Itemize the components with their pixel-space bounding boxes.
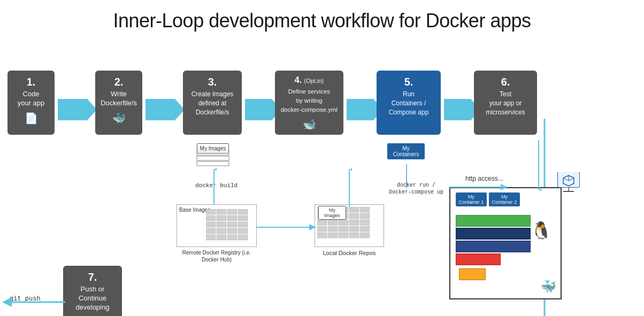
step-7-box: 7. Push or Continue developing — [63, 266, 122, 316]
svg-rect-9 — [217, 209, 226, 214]
diagram-area: 1. Code your app 📄 2. Write Dockerfile/s… — [0, 38, 644, 306]
svg-rect-25 — [217, 235, 226, 240]
svg-rect-50 — [339, 233, 348, 238]
step7-label: Push or Continue developing — [76, 285, 110, 311]
step4-label: Define services by writing docker-compos… — [281, 88, 338, 113]
page-title: Inner-Loop development workflow for Dock… — [0, 0, 644, 38]
arrow-2-3 — [145, 99, 175, 120]
my-images-label2: My Images — [321, 207, 343, 218]
svg-rect-45 — [339, 226, 348, 232]
step3-label: Create Images defined at Dockerfile/s — [191, 90, 234, 116]
svg-rect-48 — [317, 233, 327, 238]
svg-rect-40 — [339, 220, 348, 225]
step-2-box: 2. Write Dockerfile/s 🐳 — [95, 71, 142, 135]
svg-rect-26 — [227, 235, 237, 240]
arrow-containers-down — [404, 164, 409, 188]
my-images-box2: My Images — [318, 206, 346, 220]
container1-text: My Container 1 — [458, 194, 484, 205]
svg-rect-38 — [317, 220, 327, 225]
svg-rect-52 — [360, 233, 370, 238]
svg-rect-10 — [227, 209, 237, 214]
svg-rect-11 — [238, 209, 248, 214]
step-6-box: 6. Test your app or microservices — [474, 71, 537, 135]
step-5-box: 5. Run Containers / Compose app — [377, 71, 441, 135]
svg-rect-32 — [360, 207, 370, 212]
svg-rect-47 — [360, 226, 370, 232]
arrow-git-push — [7, 294, 65, 310]
arrow-1-2 — [58, 99, 87, 120]
step2-label: Write Dockerfile/s — [101, 90, 137, 107]
arrow-step6-vm — [536, 140, 541, 191]
arrow-3-4 — [245, 99, 272, 120]
svg-rect-37 — [360, 213, 370, 219]
svg-rect-8 — [206, 209, 216, 214]
step6-num: 6. — [477, 75, 534, 89]
svg-rect-41 — [349, 220, 359, 225]
svg-rect-6 — [197, 161, 229, 166]
svg-rect-31 — [349, 207, 359, 212]
local-repos-box: My Images — [315, 204, 384, 247]
local-repos-label: Local Docker Repos — [315, 249, 384, 257]
registry-grid — [206, 209, 254, 241]
monitor-icon — [555, 172, 582, 196]
container2-label: My Container 2 — [489, 192, 520, 206]
svg-rect-14 — [227, 215, 237, 221]
vm-box: My Container 1 My Container 2 🐧 🐳 — [449, 187, 562, 299]
docker-whale-icon: 🐳 — [540, 279, 556, 294]
svg-rect-36 — [349, 213, 359, 219]
step-3-box: 3. Create Images defined at Dockerfile/s — [183, 71, 242, 135]
svg-rect-42 — [360, 220, 370, 225]
step4-num: 4. (Opt.in) — [278, 75, 340, 86]
svg-rect-46 — [349, 226, 359, 232]
layer-darkblue — [456, 228, 531, 240]
step1-num: 1. — [11, 75, 51, 89]
layer-green — [456, 215, 531, 227]
step2-num: 2. — [98, 75, 139, 89]
svg-rect-16 — [206, 222, 216, 227]
layer-red — [456, 253, 501, 265]
step7-num: 7. — [66, 270, 119, 284]
step6-label: Test your app or microservices — [486, 90, 525, 116]
svg-rect-17 — [217, 222, 226, 227]
svg-rect-21 — [217, 228, 226, 234]
svg-rect-5 — [197, 156, 229, 160]
svg-rect-19 — [238, 222, 248, 227]
step5-label: Run Containers / Compose app — [389, 90, 429, 116]
step2-icon: 🐳 — [98, 111, 139, 125]
svg-rect-20 — [206, 228, 216, 234]
svg-rect-39 — [328, 220, 338, 225]
svg-rect-27 — [238, 235, 248, 240]
my-containers-box: My Containers — [387, 143, 425, 159]
step4-icon: 🐋 — [278, 117, 340, 131]
svg-rect-44 — [328, 226, 338, 232]
docker-run-label: docker run / Docker-compose up — [384, 182, 448, 196]
svg-rect-13 — [217, 215, 226, 221]
step-4-box: 4. (Opt.in) Define services by writing d… — [275, 71, 343, 135]
svg-rect-15 — [238, 215, 248, 221]
remote-registry-label: Remote Docker Registry (i.e. Docker Hub) — [177, 249, 257, 263]
my-images-stack1 — [196, 151, 230, 167]
step1-label: Code your app — [18, 90, 45, 107]
step3-num: 3. — [186, 75, 239, 89]
layer-yellow — [459, 268, 486, 280]
step1-icon: 📄 — [11, 111, 51, 125]
remote-registry-box: Base Images — [177, 204, 257, 247]
svg-rect-24 — [206, 235, 216, 240]
container1-label: My Container 1 — [456, 192, 487, 206]
step5-num: 5. — [380, 75, 438, 89]
svg-rect-22 — [227, 228, 237, 234]
arrow-repos-to-containers — [347, 167, 352, 207]
step-1-box: 1. Code your app 📄 — [7, 71, 55, 135]
svg-rect-51 — [349, 233, 359, 238]
svg-rect-43 — [317, 226, 327, 232]
arrow-4-5 — [347, 99, 373, 120]
penguin-icon: 🐧 — [531, 220, 552, 241]
layer-navy — [456, 241, 531, 252]
arrow-http-access — [449, 167, 508, 191]
svg-rect-18 — [227, 222, 237, 227]
svg-rect-23 — [238, 228, 248, 234]
container2-text: My Container 2 — [492, 194, 517, 205]
svg-rect-4 — [197, 151, 229, 155]
svg-rect-49 — [328, 233, 338, 238]
svg-rect-12 — [206, 215, 216, 221]
